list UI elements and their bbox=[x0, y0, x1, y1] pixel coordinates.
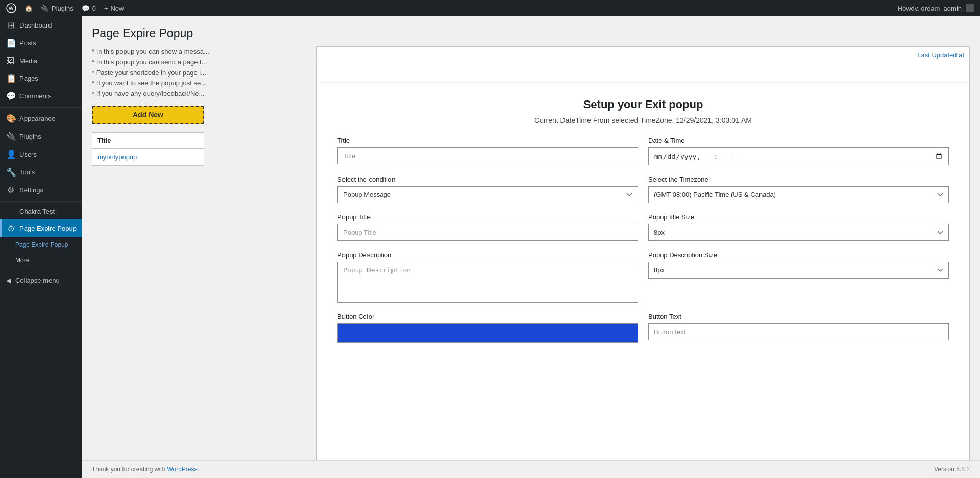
sidebar-item-tools[interactable]: 🔧 Tools bbox=[0, 163, 82, 181]
comments-icon: 💬 bbox=[82, 5, 90, 12]
form-group-button-color: Button Color bbox=[337, 313, 638, 343]
right-panel: Last Updated at Setup your Exit popup Cu… bbox=[316, 46, 970, 460]
svg-text:W: W bbox=[9, 6, 14, 11]
table-cell-title: myonlypopup bbox=[92, 148, 204, 165]
form-group-datetime: Date & Time bbox=[648, 137, 949, 165]
datetime-input[interactable] bbox=[648, 147, 949, 165]
sidebar-item-media[interactable]: 🖼 Media bbox=[0, 52, 82, 69]
collapse-label: Collapse menu bbox=[15, 276, 60, 284]
wordpress-logo-icon: W bbox=[6, 3, 16, 13]
submenu-label-more: More bbox=[15, 257, 29, 264]
submenu-label-page-expire-popup: Page Expire Popup bbox=[15, 241, 68, 248]
adminbar-new[interactable]: + New bbox=[104, 5, 124, 12]
adminbar-user: Howdy, dream_admin bbox=[898, 4, 974, 12]
popup-form: Setup your Exit popup Current DateTime F… bbox=[317, 83, 969, 368]
admin-bar: W 🏠 🔌 Plugins 💬 0 + New Howdy, dream_adm… bbox=[0, 0, 980, 16]
posts-icon: 📄 bbox=[6, 38, 15, 48]
sidebar-label-dashboard: Dashboard bbox=[19, 21, 52, 29]
title-input[interactable] bbox=[337, 147, 638, 164]
form-group-popup-title-size: Popup title Size 8px 10px 12px 14px 16px bbox=[648, 213, 949, 241]
sidebar-label-settings: Settings bbox=[19, 186, 43, 194]
adminbar-plugins[interactable]: 🔌 Plugins bbox=[41, 5, 74, 12]
popup-title-input[interactable] bbox=[337, 224, 638, 241]
button-color-label: Button Color bbox=[337, 313, 638, 320]
popup-form-title: Setup your Exit popup bbox=[337, 98, 949, 111]
desc-line-2: * In this popup you can send a page t... bbox=[92, 57, 306, 68]
table-header-title: Title bbox=[92, 133, 204, 149]
last-updated-header: Last Updated at bbox=[917, 51, 964, 59]
sidebar-item-chakra-test[interactable]: Chakra Test bbox=[0, 204, 82, 219]
condition-label: Select the condition bbox=[337, 175, 638, 183]
sidebar-item-settings[interactable]: ⚙ Settings bbox=[0, 181, 82, 199]
users-icon: 👤 bbox=[6, 149, 15, 159]
menu-separator-3 bbox=[0, 270, 82, 270]
form-group-condition: Select the condition Popup Message Date … bbox=[337, 175, 638, 203]
form-group-title: Title bbox=[337, 137, 638, 165]
title-field-label: Title bbox=[337, 137, 638, 144]
popup-desc-size-select[interactable]: 8px 10px 12px 14px 16px bbox=[648, 262, 949, 279]
form-group-timezone: Select the Timezone (GMT-08:00) Pacific … bbox=[648, 175, 949, 203]
sidebar-submenu-page-expire-popup[interactable]: Page Expire Popup bbox=[0, 237, 82, 253]
sidebar-item-plugins[interactable]: 🔌 Plugins bbox=[0, 128, 82, 145]
sidebar: ⊞ Dashboard 📄 Posts 🖼 Media 📋 Pages 💬 Co… bbox=[0, 16, 82, 478]
menu-separator-1 bbox=[0, 107, 82, 108]
popup-title-label: Popup Title bbox=[337, 213, 638, 221]
table-row: myonlypopup bbox=[92, 148, 204, 165]
left-panel: * In this popup you can show a messa... … bbox=[92, 46, 306, 460]
sidebar-item-comments[interactable]: 💬 Comments bbox=[0, 87, 82, 105]
adminbar-comments[interactable]: 💬 0 bbox=[82, 5, 96, 12]
sidebar-item-appearance[interactable]: 🎨 Appearance bbox=[0, 110, 82, 128]
new-icon: + bbox=[104, 5, 108, 12]
sidebar-item-posts[interactable]: 📄 Posts bbox=[0, 34, 82, 52]
sidebar-item-page-expire-popup[interactable]: ⊙ Page Expire Popup bbox=[0, 219, 82, 237]
button-text-input[interactable] bbox=[648, 323, 949, 340]
popup-desc-size-label: Popup Description Size bbox=[648, 251, 949, 259]
datetime-field-label: Date & Time bbox=[648, 137, 949, 144]
appearance-icon: 🎨 bbox=[6, 114, 15, 123]
adminbar-home[interactable]: 🏠 bbox=[24, 5, 33, 12]
desc-line-5: * If you have any query/feedback/Ne... bbox=[92, 89, 306, 99]
tools-icon: 🔧 bbox=[6, 167, 15, 177]
footer-right: Version 5.8.2 bbox=[934, 466, 970, 473]
popup-icon: ⊙ bbox=[6, 223, 15, 233]
main-content: Page Expire Popup * In this popup you ca… bbox=[82, 16, 980, 478]
timezone-select[interactable]: (GMT-08:00) Pacific Time (US & Canada) (… bbox=[648, 186, 949, 203]
plugins-menu-icon: 🔌 bbox=[6, 132, 15, 141]
add-new-button[interactable]: Add New bbox=[92, 106, 204, 124]
collapse-icon: ◀ bbox=[6, 276, 11, 284]
popup-form-subtitle: Current DateTime From selected TimeZone:… bbox=[337, 116, 949, 124]
form-group-popup-desc: Popup Description bbox=[337, 251, 638, 303]
sidebar-label-tools: Tools bbox=[19, 168, 35, 176]
desc-line-3: * Paste your shortcode in your page i... bbox=[92, 68, 306, 79]
sidebar-label-chakra-test: Chakra Test bbox=[19, 208, 55, 215]
page-title: Page Expire Popup bbox=[92, 27, 970, 40]
wp-footer: Thank you for creating with WordPress. V… bbox=[82, 460, 980, 478]
popup-table: Title myonlypopup bbox=[92, 132, 204, 166]
menu-separator-2 bbox=[0, 201, 82, 202]
sidebar-label-media: Media bbox=[19, 57, 37, 65]
desc-line-4: * If you want to see the popup just se..… bbox=[92, 78, 306, 89]
user-avatar bbox=[966, 4, 974, 12]
collapse-menu-button[interactable]: ◀ Collapse menu bbox=[0, 272, 82, 288]
popup-desc-label: Popup Description bbox=[337, 251, 638, 259]
sidebar-label-users: Users bbox=[19, 150, 37, 158]
button-color-picker[interactable] bbox=[337, 323, 638, 343]
description-bullets: * In this popup you can show a messa... … bbox=[92, 46, 306, 99]
pages-icon: 📋 bbox=[6, 73, 15, 83]
sidebar-label-pages: Pages bbox=[19, 74, 38, 82]
sidebar-label-comments: Comments bbox=[19, 92, 52, 100]
popup-title-size-select[interactable]: 8px 10px 12px 14px 16px bbox=[648, 224, 949, 241]
sidebar-submenu-more[interactable]: More bbox=[0, 253, 82, 268]
sidebar-label-appearance: Appearance bbox=[19, 115, 55, 122]
popup-desc-textarea[interactable] bbox=[337, 262, 638, 303]
sidebar-item-pages[interactable]: 📋 Pages bbox=[0, 69, 82, 87]
popup-title-link[interactable]: myonlypopup bbox=[97, 153, 137, 161]
desc-line-1: * In this popup you can show a messa... bbox=[92, 46, 306, 57]
wordpress-link[interactable]: WordPress bbox=[167, 466, 197, 473]
form-group-popup-title: Popup Title bbox=[337, 213, 638, 241]
footer-left: Thank you for creating with WordPress. bbox=[92, 466, 199, 473]
dashboard-icon: ⊞ bbox=[6, 20, 15, 30]
condition-select[interactable]: Popup Message Date & Time Both bbox=[337, 186, 638, 203]
sidebar-item-dashboard[interactable]: ⊞ Dashboard bbox=[0, 16, 82, 34]
sidebar-item-users[interactable]: 👤 Users bbox=[0, 145, 82, 163]
